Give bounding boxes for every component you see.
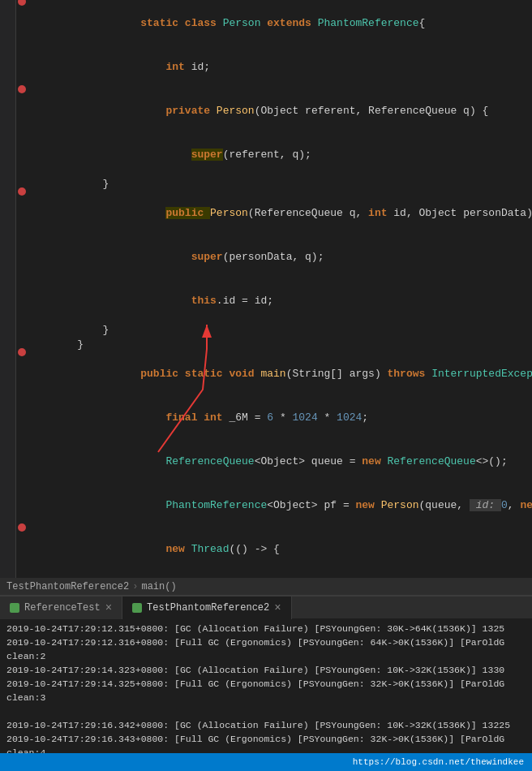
code-line-14: PhantomReference<Object> pf = new Person… xyxy=(16,484,532,528)
code-line-9: } xyxy=(16,323,532,338)
breakpoint-6 xyxy=(18,187,26,196)
breakpoint-3 xyxy=(18,85,26,93)
code-line-2: int id; xyxy=(16,45,532,89)
tab-close-2[interactable]: × xyxy=(274,601,281,614)
tab-icon-2 xyxy=(132,603,142,613)
code-line-7: super(personData, q); xyxy=(16,235,532,279)
console-line-8: 2019-10-24T17:29:16.342+0800: [GC (Alloc… xyxy=(6,718,526,732)
code-line-5: } xyxy=(16,177,532,192)
breakpoint-15 xyxy=(18,523,26,532)
code-lines: static class Person extends PhantomRefer… xyxy=(16,0,532,578)
console-line-5: 2019-10-24T17:29:14.325+0800: [Full GC (… xyxy=(6,677,526,691)
console-line-1: 2019-10-24T17:29:12.315+0800: [GC (Alloc… xyxy=(6,622,526,635)
left-gutter-panel xyxy=(0,0,16,578)
console-output: 2019-10-24T17:29:12.315+0800: [GC (Alloc… xyxy=(0,618,532,771)
code-line-15: new Thread(() -> { xyxy=(16,528,532,571)
editor-container: static class Person extends PhantomRefer… xyxy=(0,0,532,771)
code-line-11: public static void main(String[] args) t… xyxy=(16,352,532,396)
tab-bar: ReferenceTest × TestPhantomReference2 × xyxy=(0,596,532,618)
code-line-12: final int _6M = 6 * 1024 * 1024; xyxy=(16,396,532,440)
status-url: https://blog.csdn.net/thewindkee xyxy=(353,757,524,767)
console-line-2: 2019-10-24T17:29:12.316+0800: [Full GC (… xyxy=(6,635,526,649)
code-line-6: public Person(ReferenceQueue q, int id, … xyxy=(16,192,532,235)
console-line-6: clean:3 xyxy=(6,691,526,704)
tab-label-1: ReferenceTest xyxy=(24,602,101,614)
console-line-7 xyxy=(6,704,526,718)
tab-icon-1 xyxy=(10,603,19,613)
status-bar: https://blog.csdn.net/thewindkee xyxy=(0,753,532,771)
code-line-4: super(referent, q); xyxy=(16,133,532,177)
editor-area[interactable]: static class Person extends PhantomRefer… xyxy=(0,0,532,578)
breakpoint-11 xyxy=(18,348,26,356)
console-line-3: clean:2 xyxy=(6,649,526,663)
tab-reference-test[interactable]: ReferenceTest × xyxy=(0,597,122,619)
code-line-1: static class Person extends PhantomRefer… xyxy=(16,2,532,45)
console-line-9: 2019-10-24T17:29:16.343+0800: [Full GC (… xyxy=(6,732,526,746)
breadcrumb-class: TestPhantomReference2 xyxy=(6,581,129,592)
breadcrumb-method: main() xyxy=(141,581,176,592)
breadcrumb-bar: TestPhantomReference2 › main() xyxy=(0,578,532,596)
tab-close-1[interactable]: × xyxy=(105,601,112,614)
tab-label-2: TestPhantomReference2 xyxy=(147,602,269,614)
code-line-3: private Person(Object referent, Referenc… xyxy=(16,89,532,133)
breakpoint-1 xyxy=(18,0,26,6)
tab-test-phantom[interactable]: TestPhantomReference2 × xyxy=(122,597,292,619)
code-line-13: ReferenceQueue<Object> queue = new Refer… xyxy=(16,440,532,484)
console-line-4: 2019-10-24T17:29:14.323+0800: [GC (Alloc… xyxy=(6,663,526,677)
code-line-8: this.id = id; xyxy=(16,279,532,323)
code-line-10: } xyxy=(16,338,532,352)
code-line-16: Reference removed; xyxy=(16,571,532,578)
